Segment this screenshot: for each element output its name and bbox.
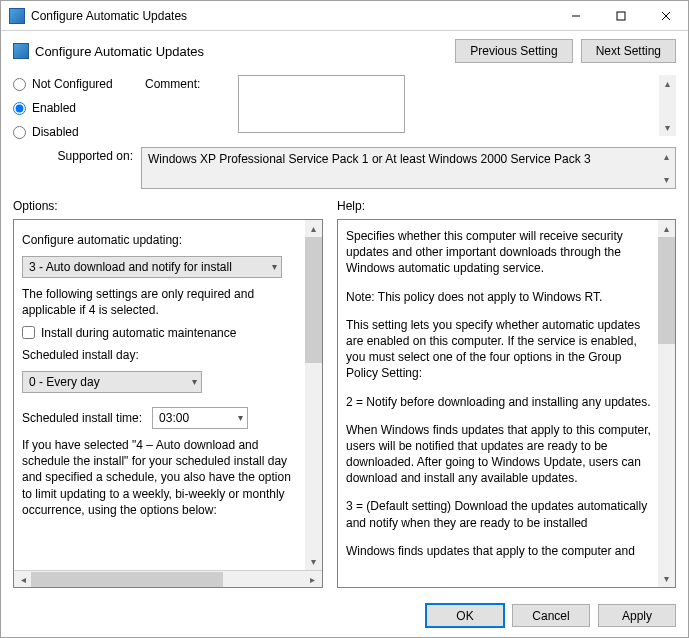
scroll-thumb[interactable] [658,237,675,344]
time-label: Scheduled install time: [22,410,142,426]
radio-not-configured[interactable]: Not Configured [13,77,133,91]
subheader-title-wrap: Configure Automatic Updates [13,43,447,59]
comment-row: Comment: ▴ ▾ [145,75,676,136]
scroll-down-icon[interactable]: ▾ [305,553,322,570]
comment-scroll: ▴ ▾ [659,75,676,136]
radio-disabled[interactable]: Disabled [13,125,133,139]
upper-section: Not Configured Enabled Disabled Comment:… [1,71,688,147]
day-dropdown[interactable]: 0 - Every day ▾ [22,371,202,393]
window-title: Configure Automatic Updates [31,9,187,23]
help-panel: Specifies whether this computer will rec… [337,219,676,588]
radio-enabled-label: Enabled [32,101,76,115]
radio-disabled-label: Disabled [32,125,79,139]
help-p4: 2 = Notify before downloading and instal… [346,394,651,410]
ok-button[interactable]: OK [426,604,504,627]
radio-enabled[interactable]: Enabled [13,101,133,115]
radio-not-configured-input[interactable] [13,78,26,91]
subheader: Configure Automatic Updates Previous Set… [1,31,688,71]
scroll-up-icon[interactable]: ▴ [305,220,322,237]
next-setting-button[interactable]: Next Setting [581,39,676,63]
help-p5: When Windows finds updates that apply to… [346,422,651,487]
svg-rect-1 [617,12,625,20]
supported-scroll: ▴ ▾ [658,148,675,188]
subheader-title: Configure Automatic Updates [35,44,204,59]
help-content: Specifies whether this computer will rec… [338,220,675,587]
chevron-down-icon: ▾ [192,375,197,389]
scroll-up-icon[interactable]: ▴ [658,220,675,237]
scroll-down-icon[interactable]: ▾ [659,119,676,136]
help-p1: Specifies whether this computer will rec… [346,228,651,277]
radio-enabled-input[interactable] [13,102,26,115]
supported-row: Supported on: Windows XP Professional Se… [1,147,688,197]
install-maintenance-checkbox[interactable]: Install during automatic maintenance [22,325,298,341]
help-vscroll[interactable]: ▴ ▾ [658,220,675,587]
configure-dropdown-value: 3 - Auto download and notify for install [29,259,232,275]
title-bar: Configure Automatic Updates [1,1,688,31]
comment-textarea[interactable] [238,75,405,133]
app-icon [9,8,25,24]
window-title-wrap: Configure Automatic Updates [9,8,553,24]
comment-column: Comment: ▴ ▾ [145,75,676,139]
scroll-up-icon[interactable]: ▴ [658,148,675,165]
supported-value-box: Windows XP Professional Service Pack 1 o… [141,147,676,189]
long-note: If you have selected "4 – Auto download … [22,437,298,518]
options-label: Options: [13,199,323,213]
configure-label: Configure automatic updating: [22,232,298,248]
configure-dropdown[interactable]: 3 - Auto download and notify for install… [22,256,282,278]
time-dropdown-value: 03:00 [159,410,189,426]
close-button[interactable] [643,1,688,30]
window-buttons [553,1,688,30]
radio-not-configured-label: Not Configured [32,77,113,91]
scroll-right-icon[interactable]: ▸ [305,574,320,585]
scroll-thumb[interactable] [305,237,322,363]
scroll-down-icon[interactable]: ▾ [658,570,675,587]
options-panel: Configure automatic updating: 3 - Auto d… [13,219,323,588]
maximize-button[interactable] [598,1,643,30]
help-label: Help: [337,199,365,213]
day-label: Scheduled install day: [22,347,298,363]
day-dropdown-value: 0 - Every day [29,374,100,390]
help-p2: Note: This policy does not apply to Wind… [346,289,651,305]
options-vscroll[interactable]: ▴ ▾ [305,220,322,570]
previous-setting-button[interactable]: Previous Setting [455,39,572,63]
supported-value: Windows XP Professional Service Pack 1 o… [148,152,591,166]
time-dropdown[interactable]: 03:00 ▾ [152,407,248,429]
chevron-down-icon: ▾ [238,411,243,425]
minimize-button[interactable] [553,1,598,30]
install-maintenance-input[interactable] [22,326,35,339]
install-maintenance-label: Install during automatic maintenance [41,325,236,341]
state-radio-group: Not Configured Enabled Disabled [13,75,133,139]
help-p6: 3 = (Default setting) Download the updat… [346,498,651,530]
footer-buttons: OK Cancel Apply [1,596,688,637]
help-p3: This setting lets you specify whether au… [346,317,651,382]
cancel-button[interactable]: Cancel [512,604,590,627]
policy-icon [13,43,29,59]
apply-button[interactable]: Apply [598,604,676,627]
help-p7: Windows finds updates that apply to the … [346,543,651,559]
radio-disabled-input[interactable] [13,126,26,139]
scroll-thumb[interactable] [31,572,223,587]
scroll-down-icon[interactable]: ▾ [658,171,675,188]
comment-label: Comment: [145,75,230,136]
panels: Configure automatic updating: 3 - Auto d… [1,215,688,596]
options-hscroll[interactable]: ◂ ▸ [14,570,322,587]
scroll-left-icon[interactable]: ◂ [16,574,31,585]
following-note: The following settings are only required… [22,286,298,318]
supported-label: Supported on: [13,147,133,189]
scroll-up-icon[interactable]: ▴ [659,75,676,92]
panel-labels: Options: Help: [1,197,688,215]
chevron-down-icon: ▾ [272,260,277,274]
options-content: Configure automatic updating: 3 - Auto d… [14,220,322,570]
